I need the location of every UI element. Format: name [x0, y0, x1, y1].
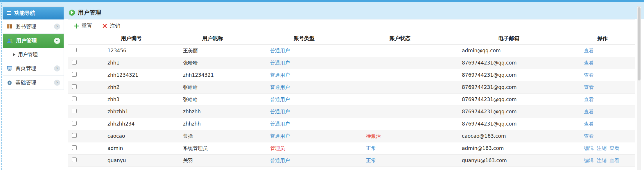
- table-row: caocao 曹操 普通用户 待激活 caocao@163.com 查看: [68, 130, 635, 142]
- scrollbar-thumb[interactable]: [638, 7, 641, 80]
- view-link[interactable]: 查看: [584, 84, 594, 90]
- row-checkbox-cell: [68, 69, 94, 81]
- table-header-row: 用户编号 用户昵称 账号类型 账户状态 电子邮箱 操作: [68, 32, 635, 44]
- account-type-cell[interactable]: 普通用户: [256, 154, 352, 167]
- user-id-cell: caocao: [94, 130, 169, 142]
- logout-button[interactable]: × 注销: [102, 22, 120, 29]
- user-id-cell: zhhzhh234: [94, 118, 169, 130]
- user-id-cell: zhh1234321: [94, 69, 169, 81]
- table-row: zhh1 张哈哈 普通用户 8769744231@qq.com 查看: [68, 57, 635, 69]
- plus-icon: +: [73, 22, 80, 30]
- row-checkbox-cell: [68, 154, 94, 167]
- account-type-cell[interactable]: 普通用户: [256, 130, 352, 142]
- view-link[interactable]: 查看: [584, 48, 594, 53]
- user-table: 用户编号 用户昵称 账号类型 账户状态 电子邮箱 操作 123456 王美丽 普…: [68, 32, 635, 167]
- actions-cell: 编辑注销查看: [570, 154, 635, 167]
- nickname-cell: 关羽: [169, 154, 256, 167]
- vertical-scrollbar[interactable]: [637, 6, 641, 170]
- row-checkbox-cell: [68, 44, 94, 57]
- view-link[interactable]: 查看: [584, 121, 594, 127]
- row-checkbox-cell: [68, 57, 94, 69]
- account-status-cell: [352, 93, 448, 105]
- view-link[interactable]: 查看: [584, 96, 594, 102]
- sidebar-subitem-user-management[interactable]: 用户管理: [3, 48, 64, 61]
- row-checkbox[interactable]: [72, 60, 77, 65]
- table-row: zhh1234321 zhh1234321 普通用户 8769744231@qq…: [68, 69, 635, 81]
- account-type-cell[interactable]: 普通用户: [256, 118, 352, 130]
- user-id-cell: zhh2: [94, 81, 169, 93]
- row-checkbox[interactable]: [72, 133, 77, 138]
- account-status-cell: [352, 69, 448, 81]
- user-id-cell: zhhzhh1: [94, 105, 169, 118]
- actions-cell: 编辑注销查看: [570, 142, 635, 154]
- view-link[interactable]: 查看: [584, 72, 594, 78]
- row-checkbox[interactable]: [72, 96, 77, 101]
- account-status-cell: [352, 105, 448, 118]
- sidebar-item-label: 首页管理: [15, 65, 36, 72]
- sidebar-item-user-management[interactable]: 用户管理 ›: [3, 34, 64, 48]
- account-type-cell[interactable]: 管理员: [256, 142, 352, 154]
- email-cell: caocao@163.com: [448, 130, 570, 142]
- logout-link[interactable]: 注销: [597, 145, 607, 151]
- chevron-right-icon: ›: [54, 24, 60, 30]
- email-cell: 8769744231@qq.com: [448, 57, 570, 69]
- table-row: guanyu 关羽 普通用户 正常 guanyu@163.com 编辑注销查看: [68, 154, 635, 167]
- email-cell: 8769744231@qq.com: [448, 81, 570, 93]
- edit-link[interactable]: 编辑: [584, 158, 594, 163]
- account-status-cell: [352, 57, 448, 69]
- sidebar-item-label: 图书管理: [15, 23, 36, 30]
- column-header-account-type: 账号类型: [256, 32, 352, 44]
- view-link[interactable]: 查看: [584, 60, 594, 66]
- chevron-down-icon: ›: [54, 38, 60, 44]
- email-cell: admin@163.com: [448, 142, 570, 154]
- user-id-cell: 123456: [94, 44, 169, 57]
- nickname-cell: 系统管理员: [169, 142, 256, 154]
- email-cell: 8769744231@qq.com: [448, 118, 570, 130]
- actions-cell: 查看: [570, 105, 635, 118]
- play-icon: [69, 10, 75, 16]
- row-checkbox[interactable]: [72, 72, 77, 77]
- nickname-cell: zhhzhh: [169, 105, 256, 118]
- table-row: zhhzhh234 zhhzhh 普通用户 8769744231@qq.com …: [68, 118, 635, 130]
- edit-link[interactable]: 编辑: [584, 145, 594, 151]
- sidebar-item-homepage-management[interactable]: 首页管理 ›: [3, 61, 64, 76]
- page-title-bar: 用户管理: [69, 9, 101, 17]
- table-row: admin 系统管理员 管理员 正常 admin@163.com 编辑注销查看: [68, 142, 635, 154]
- view-link[interactable]: 查看: [584, 133, 594, 139]
- actions-cell: 查看: [570, 130, 635, 142]
- nickname-cell: 张哈哈: [169, 57, 256, 69]
- row-checkbox[interactable]: [72, 121, 77, 126]
- view-link[interactable]: 查看: [609, 145, 619, 151]
- account-type-cell[interactable]: 普通用户: [256, 93, 352, 105]
- sidebar-item-base-management[interactable]: 基础管理 ›: [3, 76, 64, 90]
- menu-list-icon: [7, 11, 11, 12]
- row-checkbox[interactable]: [72, 109, 77, 113]
- view-link[interactable]: 查看: [584, 109, 594, 114]
- nickname-cell: 王美丽: [169, 44, 256, 57]
- account-type-cell[interactable]: 普通用户: [256, 44, 352, 57]
- user-id-cell: zhh1: [94, 57, 169, 69]
- page-title: 用户管理: [78, 9, 101, 17]
- account-type-cell[interactable]: 普通用户: [256, 69, 352, 81]
- nickname-cell: 张哈哈: [169, 93, 256, 105]
- account-type-cell[interactable]: 普通用户: [256, 81, 352, 93]
- book-icon: [7, 24, 12, 29]
- reset-button[interactable]: + 重置: [73, 22, 92, 30]
- logout-link[interactable]: 注销: [597, 158, 607, 163]
- gear-icon: [7, 80, 12, 85]
- email-cell: admin@qq.com: [448, 44, 570, 57]
- account-type-cell[interactable]: 普通用户: [256, 105, 352, 118]
- reset-button-label: 重置: [82, 22, 92, 29]
- row-checkbox[interactable]: [72, 158, 77, 162]
- user-id-cell: zhh3: [94, 93, 169, 105]
- view-link[interactable]: 查看: [609, 158, 619, 163]
- row-checkbox-cell: [68, 93, 94, 105]
- row-checkbox[interactable]: [72, 145, 77, 150]
- sidebar-item-book-management[interactable]: 图书管理 ›: [3, 19, 64, 34]
- account-type-cell[interactable]: 普通用户: [256, 57, 352, 69]
- row-checkbox[interactable]: [72, 84, 77, 89]
- nickname-cell: zhh1234321: [169, 69, 256, 81]
- row-checkbox[interactable]: [72, 48, 77, 52]
- account-status-cell: 待激活: [352, 130, 448, 142]
- chevron-right-icon: ›: [54, 65, 60, 71]
